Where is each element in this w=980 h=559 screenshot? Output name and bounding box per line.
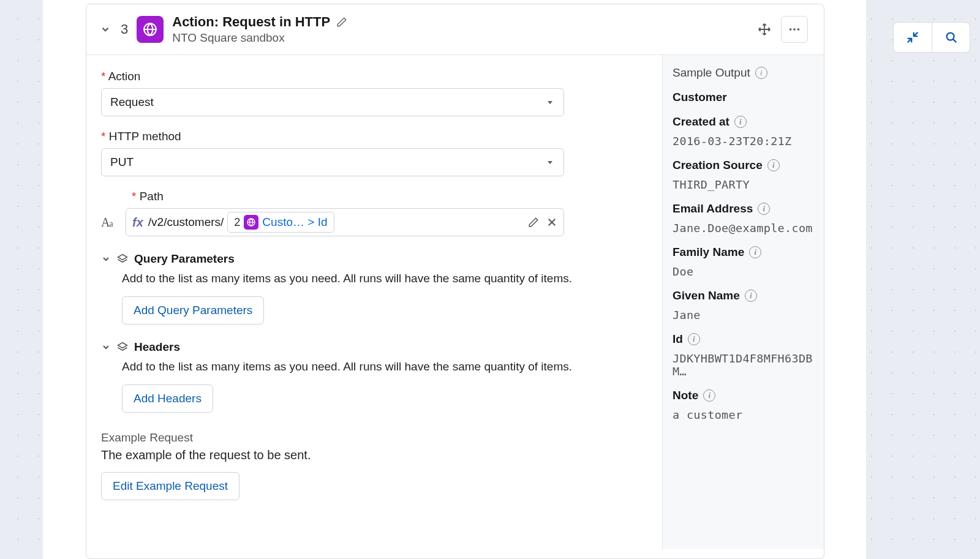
sample-field-label: Idi	[673, 332, 814, 346]
svg-line-18	[952, 39, 956, 42]
path-input[interactable]: fx /v2/customers/ 2 Custo… > Id	[126, 208, 564, 236]
http-globe-icon	[137, 16, 164, 43]
sample-field-value: a customer	[673, 408, 814, 421]
edit-title-icon[interactable]	[336, 17, 347, 28]
sample-field-value: Jane.Doe@example.com	[673, 222, 814, 234]
sample-field-label: Created ati	[673, 115, 814, 129]
svg-marker-14	[118, 343, 127, 348]
chevron-down-icon[interactable]	[99, 23, 112, 36]
info-icon[interactable]: i	[749, 246, 761, 258]
layers-icon	[117, 253, 128, 264]
dropdown-icon	[545, 97, 555, 107]
pill-text: Custo… > Id	[262, 216, 327, 229]
path-label: Path	[132, 190, 647, 203]
sample-field-label: Creation Sourcei	[673, 159, 814, 172]
pill-step-number: 2	[234, 216, 240, 229]
info-icon[interactable]: i	[734, 116, 747, 128]
info-icon[interactable]: i	[767, 159, 780, 171]
info-icon[interactable]: i	[758, 203, 770, 215]
edit-example-request-button[interactable]: Edit Example Request	[101, 472, 239, 500]
headers-label: Headers	[134, 340, 180, 354]
step-header: 3 Action: Request in HTTP NTO Square san…	[86, 4, 824, 55]
sample-field-label: Given Namei	[673, 289, 814, 302]
sample-field-value: 2016-03-23T20:21Z	[673, 135, 814, 148]
svg-point-5	[793, 28, 796, 31]
path-prefix: /v2/customers/	[148, 216, 224, 229]
collapse-button[interactable]	[894, 23, 932, 52]
move-icon[interactable]	[758, 23, 771, 36]
sample-field-label: Notei	[673, 389, 814, 402]
add-query-params-button[interactable]: Add Query Parameters	[122, 296, 264, 325]
step-number: 3	[121, 21, 128, 37]
query-params-label: Query Parameters	[134, 252, 235, 266]
search-button[interactable]	[932, 23, 970, 52]
info-icon[interactable]: i	[703, 389, 715, 402]
step-subtitle: NTO Square sandbox	[172, 31, 749, 45]
step-card: 3 Action: Request in HTTP NTO Square san…	[86, 4, 824, 559]
formula-icon: fx	[132, 216, 143, 230]
query-params-desc: Add to the list as many items as you nee…	[122, 272, 647, 285]
sample-output-title: Sample Output	[673, 66, 750, 80]
clear-path-icon[interactable]	[546, 217, 557, 228]
http-method-value: PUT	[110, 156, 134, 169]
chevron-down-icon[interactable]	[101, 342, 111, 352]
example-request-label: Example Request	[101, 431, 647, 445]
action-value: Request	[110, 96, 154, 109]
action-select[interactable]: Request	[101, 88, 564, 116]
info-icon[interactable]: i	[745, 290, 757, 302]
add-headers-button[interactable]: Add Headers	[122, 385, 213, 413]
svg-marker-7	[548, 101, 552, 104]
svg-marker-8	[548, 161, 552, 164]
sample-field-label: Family Namei	[673, 246, 814, 259]
chevron-down-icon[interactable]	[101, 254, 111, 264]
http-method-label: HTTP method	[101, 130, 647, 143]
floating-toolbar	[893, 22, 970, 53]
path-variable-pill[interactable]: 2 Custo… > Id	[227, 212, 334, 233]
action-label: Action	[101, 70, 647, 83]
svg-point-17	[946, 33, 954, 40]
form-column: Action Request HTTP method PUT Path A	[86, 55, 662, 549]
headers-desc: Add to the list as many items as you nee…	[122, 360, 647, 373]
svg-point-6	[797, 28, 800, 31]
sample-field-label: Email Addressi	[673, 202, 814, 216]
layers-icon	[117, 342, 128, 353]
svg-marker-13	[118, 255, 127, 260]
sample-field-value: Doe	[673, 265, 814, 278]
sample-field-value: Jane	[673, 309, 814, 321]
edit-path-icon[interactable]	[528, 217, 539, 228]
page-container: 3 Action: Request in HTTP NTO Square san…	[43, 0, 866, 559]
sample-output-column: Sample Output i Customer Created ati2016…	[662, 55, 824, 549]
sample-field-value: JDKYHBWT1D4F8MFH63DBM…	[673, 352, 814, 378]
dropdown-icon	[545, 157, 555, 167]
sample-output-heading: Customer	[673, 91, 814, 104]
example-request-desc: The example of the request to be sent.	[101, 448, 647, 462]
svg-point-4	[790, 28, 792, 31]
text-case-toggle-icon[interactable]: Aa	[101, 216, 119, 230]
http-method-select[interactable]: PUT	[101, 148, 564, 176]
more-actions-button[interactable]	[781, 16, 808, 43]
step-title: Action: Request in HTTP	[172, 14, 330, 30]
info-icon[interactable]: i	[755, 67, 767, 79]
http-globe-icon	[244, 215, 258, 230]
sample-field-value: THIRD_PARTY	[673, 178, 814, 191]
info-icon[interactable]: i	[688, 333, 700, 345]
